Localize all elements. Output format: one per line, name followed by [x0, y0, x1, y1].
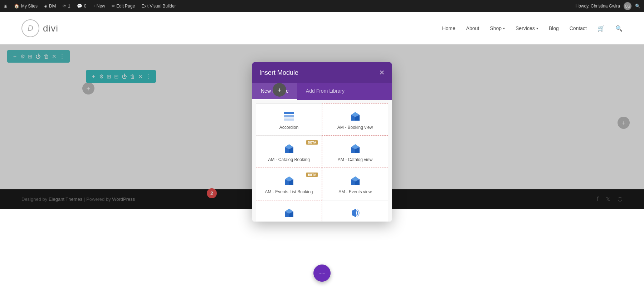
- divi-icon: ◈: [44, 4, 47, 9]
- tab-add-from-library[interactable]: Add From Library: [297, 83, 353, 100]
- module-audio[interactable]: Audio: [322, 200, 388, 222]
- updates-icon: ⟳: [63, 4, 66, 9]
- svg-rect-0: [284, 112, 294, 114]
- comments-link[interactable]: 💬 0: [77, 4, 87, 9]
- comments-count: 0: [84, 4, 87, 9]
- am-catalog-view-label: AM - Catalog view: [338, 157, 372, 163]
- comments-icon: 💬: [77, 4, 82, 9]
- my-sites-label: My Sites: [21, 4, 38, 9]
- fab-icon: ···: [319, 269, 325, 277]
- modal-overlay: Insert Module ✕ New Module Add From Libr…: [0, 44, 644, 209]
- accordion-icon: [283, 110, 296, 123]
- am-events-view-label: AM - Events view: [338, 189, 372, 195]
- am-events-view-icon: [349, 174, 362, 187]
- avatar[interactable]: CG: [624, 2, 631, 10]
- am-step-booking-icon: [283, 207, 296, 219]
- am-catalog-view-icon: [349, 142, 362, 155]
- module-accordion[interactable]: Accordion: [256, 103, 322, 136]
- module-am-catalog-view[interactable]: AM - Catalog view: [322, 136, 388, 168]
- logo-letter: D: [28, 24, 33, 33]
- am-booking-view-label: AM - Booking view: [337, 125, 373, 131]
- module-am-step-booking[interactable]: AM - Step Booking: [256, 200, 322, 222]
- exit-visual-builder-label: Exit Visual Builder: [141, 4, 176, 9]
- logo-name: divi: [43, 23, 58, 34]
- page-wrap: D divi Home About Shop ▾ Services ▾ Blog: [0, 12, 644, 296]
- nav-contact[interactable]: Contact: [570, 25, 587, 31]
- shop-caret: ▾: [503, 26, 505, 30]
- edit-page-link[interactable]: ✏ Edit Page: [112, 4, 135, 9]
- my-sites-link[interactable]: 🏠 My Sites: [14, 4, 38, 9]
- nav-services[interactable]: Services ▾: [516, 25, 538, 31]
- wordpress-logo[interactable]: ⊞: [4, 4, 8, 9]
- site-logo: D divi: [21, 19, 58, 37]
- modal-close-button[interactable]: ✕: [379, 69, 385, 77]
- site-header: D divi Home About Shop ▾ Services ▾ Blog: [0, 12, 644, 44]
- accordion-label: Accordion: [279, 125, 298, 131]
- admin-bar-right: Howdy, Christina Gwira CG 🔍: [576, 2, 640, 10]
- new-label: + New: [93, 4, 105, 9]
- updates-link[interactable]: ⟳ 1: [63, 4, 70, 9]
- am-catalog-booking-label: AM - Catalog Booking: [268, 157, 310, 163]
- nav-shop[interactable]: Shop ▾: [490, 25, 505, 31]
- module-am-events-list-booking[interactable]: BETA AM - Events List Booking: [256, 168, 322, 200]
- updates-count: 1: [68, 4, 70, 9]
- module-am-booking-view[interactable]: AM - Booking view: [322, 103, 388, 136]
- search-icon[interactable]: 🔍: [635, 4, 640, 9]
- cart-icon[interactable]: 🛒: [597, 25, 605, 32]
- modal-header: Insert Module ✕: [252, 62, 392, 83]
- nav-blog[interactable]: Blog: [549, 25, 559, 31]
- exit-visual-builder-link[interactable]: Exit Visual Builder: [141, 4, 176, 9]
- svg-rect-1: [284, 115, 294, 117]
- admin-bar: ⊞ 🏠 My Sites ◈ Divi ⟳ 1 💬 0 + New ✏ Edit…: [0, 0, 644, 12]
- plus-icon: ＋: [276, 86, 283, 94]
- services-caret: ▾: [536, 26, 538, 30]
- audio-icon: [349, 207, 362, 219]
- module-am-catalog-booking[interactable]: BETA AM - Catalog Booking: [256, 136, 322, 168]
- howdy-text: Howdy, Christina Gwira: [576, 4, 620, 9]
- new-content-link[interactable]: + New: [93, 4, 105, 9]
- am-catalog-booking-icon: [283, 142, 296, 155]
- nav-search-icon[interactable]: 🔍: [615, 25, 623, 32]
- wordpress-icon: ⊞: [4, 4, 8, 9]
- modal-title: Insert Module: [259, 69, 298, 77]
- module-grid: Accordion AM - Booking view: [252, 100, 392, 222]
- home-icon: 🏠: [14, 4, 19, 9]
- am-events-list-booking-icon: [283, 174, 296, 187]
- module-am-events-view[interactable]: AM - Events view: [322, 168, 388, 200]
- am-booking-view-icon: [349, 110, 362, 123]
- beta-badge-2: BETA: [306, 173, 318, 177]
- builder-area: ＋ ⚙ ⊞ ⏻ 🗑 ✕ ⋮ ＋ ⚙ ⊞ ⊟ ⏻ 🗑 ✕ ⋮ ＋ 1: [0, 44, 644, 209]
- bottom-fab-button[interactable]: ···: [313, 265, 331, 282]
- edit-page-label: ✏ Edit Page: [112, 4, 135, 9]
- divi-label: Divi: [49, 4, 56, 9]
- nav-about[interactable]: About: [466, 25, 479, 31]
- site-nav: Home About Shop ▾ Services ▾ Blog Contac…: [442, 25, 623, 32]
- am-events-list-booking-label: AM - Events List Booking: [265, 189, 313, 195]
- logo-circle: D: [21, 19, 39, 37]
- beta-badge: BETA: [306, 140, 318, 145]
- svg-marker-27: [352, 209, 356, 217]
- add-module-button[interactable]: ＋: [273, 83, 286, 97]
- svg-rect-2: [284, 118, 294, 121]
- nav-home[interactable]: Home: [442, 25, 455, 31]
- divi-link[interactable]: ◈ Divi: [44, 4, 56, 9]
